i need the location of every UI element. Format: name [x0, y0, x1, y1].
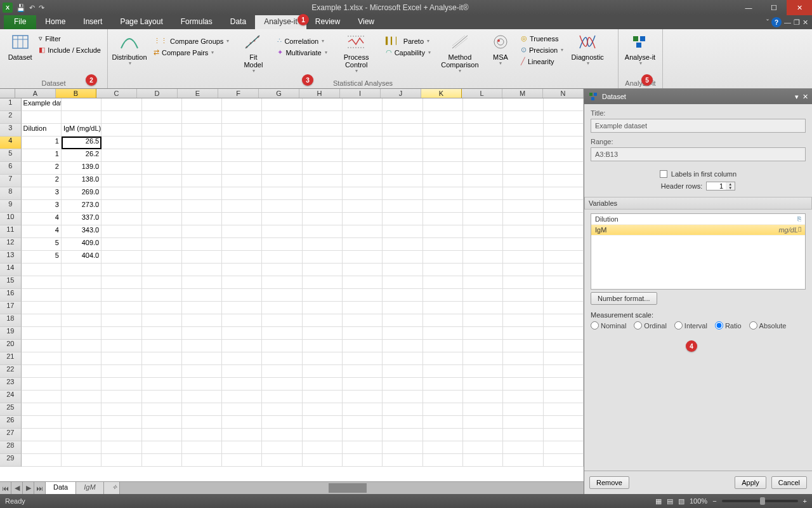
row-header[interactable]: 20: [0, 340, 22, 352]
cell[interactable]: [423, 251, 463, 264]
cell[interactable]: [62, 289, 102, 302]
cell[interactable]: [423, 391, 463, 403]
col-header-E[interactable]: E: [178, 89, 218, 98]
cell[interactable]: [343, 213, 383, 225]
col-header-I[interactable]: I: [340, 89, 381, 98]
cell[interactable]: [142, 391, 182, 403]
cell[interactable]: [544, 187, 584, 200]
cell[interactable]: 1: [22, 137, 62, 149]
cell[interactable]: [142, 365, 182, 378]
cell[interactable]: [503, 378, 543, 391]
cell[interactable]: [182, 175, 222, 187]
cell[interactable]: [544, 391, 584, 403]
cell[interactable]: 2: [22, 162, 62, 175]
filter-button[interactable]: ▿Filter: [36, 33, 103, 44]
cell[interactable]: [503, 98, 543, 111]
cell[interactable]: [383, 378, 422, 391]
cell[interactable]: [544, 403, 584, 416]
cell[interactable]: [423, 124, 463, 137]
cell[interactable]: [544, 98, 584, 111]
cell[interactable]: [102, 429, 141, 441]
row-header[interactable]: 3: [0, 124, 22, 137]
cell[interactable]: [383, 429, 422, 441]
cell[interactable]: [142, 314, 182, 327]
trueness-button[interactable]: ◎Trueness: [518, 33, 566, 44]
cell[interactable]: [182, 111, 222, 124]
cell[interactable]: [182, 352, 222, 365]
cell[interactable]: [182, 225, 222, 238]
process-control-button[interactable]: Process Control▾: [334, 30, 379, 76]
cell[interactable]: [182, 403, 222, 416]
cell[interactable]: [544, 441, 584, 454]
cell[interactable]: [463, 289, 503, 302]
cell[interactable]: [62, 264, 102, 276]
cell[interactable]: [383, 327, 422, 340]
range-input[interactable]: [591, 147, 806, 161]
cell[interactable]: [22, 441, 62, 454]
cell[interactable]: [303, 175, 343, 187]
cell[interactable]: [22, 302, 62, 314]
cell[interactable]: [62, 454, 102, 467]
select-all-corner[interactable]: [0, 89, 15, 98]
cell[interactable]: [182, 340, 222, 352]
cancel-button[interactable]: Cancel: [771, 476, 807, 489]
cell[interactable]: [262, 391, 302, 403]
cell[interactable]: [343, 137, 383, 149]
sheet-nav-prev[interactable]: ◀: [11, 482, 23, 494]
cell[interactable]: [544, 124, 584, 137]
cell[interactable]: [222, 340, 262, 352]
cell[interactable]: [102, 314, 141, 327]
cell[interactable]: [383, 111, 422, 124]
correlation-button[interactable]: ∴Correlation▾: [275, 36, 329, 46]
cell[interactable]: [102, 187, 141, 200]
cell[interactable]: [182, 429, 222, 441]
cell[interactable]: [544, 251, 584, 264]
cell[interactable]: [423, 200, 463, 213]
cell[interactable]: [142, 175, 182, 187]
sheet-tab-data[interactable]: Data: [46, 482, 76, 494]
cell[interactable]: [262, 416, 302, 429]
cell[interactable]: [503, 251, 543, 264]
cell[interactable]: [22, 391, 62, 403]
cell[interactable]: [62, 314, 102, 327]
cell[interactable]: [222, 187, 262, 200]
cell[interactable]: [262, 302, 302, 314]
cell[interactable]: [544, 340, 584, 352]
view-layout-icon[interactable]: ▤: [667, 497, 673, 505]
cell[interactable]: [182, 302, 222, 314]
cell[interactable]: [262, 213, 302, 225]
col-header-C[interactable]: C: [96, 89, 137, 98]
cell[interactable]: [62, 365, 102, 378]
cell[interactable]: [303, 187, 343, 200]
cell[interactable]: [343, 314, 383, 327]
row-header[interactable]: 15: [0, 276, 22, 289]
cell[interactable]: [343, 441, 383, 454]
cell[interactable]: [544, 162, 584, 175]
cell[interactable]: [222, 111, 262, 124]
cell[interactable]: [544, 289, 584, 302]
cell[interactable]: [222, 365, 262, 378]
cell[interactable]: [222, 314, 262, 327]
cell[interactable]: [463, 314, 503, 327]
minimize-button[interactable]: —: [736, 0, 761, 15]
redo-icon[interactable]: ↷: [39, 4, 44, 12]
cell[interactable]: [503, 289, 543, 302]
cell[interactable]: [423, 327, 463, 340]
cell[interactable]: [182, 378, 222, 391]
cell[interactable]: [262, 187, 302, 200]
row-header[interactable]: 16: [0, 289, 22, 302]
cell[interactable]: [303, 264, 343, 276]
col-header-N[interactable]: N: [543, 89, 584, 98]
cell[interactable]: [383, 137, 422, 149]
cell[interactable]: [62, 327, 102, 340]
cell[interactable]: [343, 175, 383, 187]
number-format-button[interactable]: Number format...: [591, 292, 657, 305]
col-header-D[interactable]: D: [137, 89, 178, 98]
cell[interactable]: [383, 225, 422, 238]
cell[interactable]: [463, 187, 503, 200]
cell[interactable]: [222, 391, 262, 403]
cell[interactable]: [463, 302, 503, 314]
cell[interactable]: 273.0: [62, 200, 102, 213]
cell[interactable]: [343, 429, 383, 441]
cell[interactable]: [383, 162, 422, 175]
